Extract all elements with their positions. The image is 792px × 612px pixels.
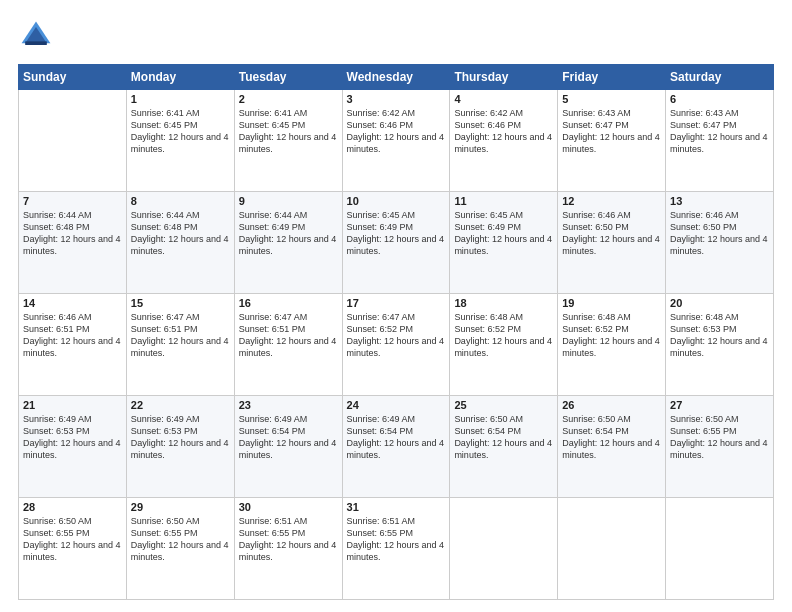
day-info: Sunrise: 6:50 AM Sunset: 6:54 PM Dayligh… <box>454 413 553 462</box>
calendar-cell: 6Sunrise: 6:43 AM Sunset: 6:47 PM Daylig… <box>666 90 774 192</box>
day-number: 3 <box>347 93 446 105</box>
page: SundayMondayTuesdayWednesdayThursdayFrid… <box>0 0 792 612</box>
logo-icon <box>18 18 54 54</box>
day-number: 4 <box>454 93 553 105</box>
calendar-cell: 5Sunrise: 6:43 AM Sunset: 6:47 PM Daylig… <box>558 90 666 192</box>
day-number: 27 <box>670 399 769 411</box>
calendar: SundayMondayTuesdayWednesdayThursdayFrid… <box>18 64 774 600</box>
calendar-cell: 29Sunrise: 6:50 AM Sunset: 6:55 PM Dayli… <box>126 498 234 600</box>
day-number: 29 <box>131 501 230 513</box>
calendar-cell: 30Sunrise: 6:51 AM Sunset: 6:55 PM Dayli… <box>234 498 342 600</box>
day-info: Sunrise: 6:48 AM Sunset: 6:52 PM Dayligh… <box>454 311 553 360</box>
calendar-cell <box>666 498 774 600</box>
day-info: Sunrise: 6:46 AM Sunset: 6:51 PM Dayligh… <box>23 311 122 360</box>
calendar-cell: 3Sunrise: 6:42 AM Sunset: 6:46 PM Daylig… <box>342 90 450 192</box>
day-info: Sunrise: 6:49 AM Sunset: 6:53 PM Dayligh… <box>131 413 230 462</box>
day-number: 5 <box>562 93 661 105</box>
day-info: Sunrise: 6:47 AM Sunset: 6:52 PM Dayligh… <box>347 311 446 360</box>
day-info: Sunrise: 6:48 AM Sunset: 6:52 PM Dayligh… <box>562 311 661 360</box>
day-info: Sunrise: 6:51 AM Sunset: 6:55 PM Dayligh… <box>239 515 338 564</box>
day-number: 22 <box>131 399 230 411</box>
weekday-header-saturday: Saturday <box>666 65 774 90</box>
day-info: Sunrise: 6:50 AM Sunset: 6:54 PM Dayligh… <box>562 413 661 462</box>
calendar-cell: 8Sunrise: 6:44 AM Sunset: 6:48 PM Daylig… <box>126 192 234 294</box>
calendar-cell: 25Sunrise: 6:50 AM Sunset: 6:54 PM Dayli… <box>450 396 558 498</box>
day-info: Sunrise: 6:45 AM Sunset: 6:49 PM Dayligh… <box>454 209 553 258</box>
calendar-cell: 13Sunrise: 6:46 AM Sunset: 6:50 PM Dayli… <box>666 192 774 294</box>
day-number: 8 <box>131 195 230 207</box>
calendar-cell: 31Sunrise: 6:51 AM Sunset: 6:55 PM Dayli… <box>342 498 450 600</box>
calendar-cell: 4Sunrise: 6:42 AM Sunset: 6:46 PM Daylig… <box>450 90 558 192</box>
day-number: 6 <box>670 93 769 105</box>
day-number: 7 <box>23 195 122 207</box>
day-info: Sunrise: 6:48 AM Sunset: 6:53 PM Dayligh… <box>670 311 769 360</box>
day-info: Sunrise: 6:44 AM Sunset: 6:48 PM Dayligh… <box>131 209 230 258</box>
calendar-cell: 22Sunrise: 6:49 AM Sunset: 6:53 PM Dayli… <box>126 396 234 498</box>
week-row-3: 14Sunrise: 6:46 AM Sunset: 6:51 PM Dayli… <box>19 294 774 396</box>
weekday-header-sunday: Sunday <box>19 65 127 90</box>
day-number: 13 <box>670 195 769 207</box>
day-number: 20 <box>670 297 769 309</box>
calendar-cell: 28Sunrise: 6:50 AM Sunset: 6:55 PM Dayli… <box>19 498 127 600</box>
day-number: 25 <box>454 399 553 411</box>
week-row-5: 28Sunrise: 6:50 AM Sunset: 6:55 PM Dayli… <box>19 498 774 600</box>
calendar-cell: 16Sunrise: 6:47 AM Sunset: 6:51 PM Dayli… <box>234 294 342 396</box>
week-row-4: 21Sunrise: 6:49 AM Sunset: 6:53 PM Dayli… <box>19 396 774 498</box>
day-number: 15 <box>131 297 230 309</box>
day-info: Sunrise: 6:50 AM Sunset: 6:55 PM Dayligh… <box>670 413 769 462</box>
calendar-cell: 15Sunrise: 6:47 AM Sunset: 6:51 PM Dayli… <box>126 294 234 396</box>
day-info: Sunrise: 6:47 AM Sunset: 6:51 PM Dayligh… <box>131 311 230 360</box>
weekday-header-monday: Monday <box>126 65 234 90</box>
day-number: 24 <box>347 399 446 411</box>
calendar-cell <box>450 498 558 600</box>
day-info: Sunrise: 6:47 AM Sunset: 6:51 PM Dayligh… <box>239 311 338 360</box>
header <box>18 18 774 54</box>
day-number: 26 <box>562 399 661 411</box>
day-info: Sunrise: 6:42 AM Sunset: 6:46 PM Dayligh… <box>454 107 553 156</box>
logo <box>18 18 58 54</box>
day-number: 17 <box>347 297 446 309</box>
day-number: 30 <box>239 501 338 513</box>
calendar-cell <box>19 90 127 192</box>
day-info: Sunrise: 6:50 AM Sunset: 6:55 PM Dayligh… <box>23 515 122 564</box>
day-number: 10 <box>347 195 446 207</box>
day-info: Sunrise: 6:49 AM Sunset: 6:54 PM Dayligh… <box>347 413 446 462</box>
day-info: Sunrise: 6:50 AM Sunset: 6:55 PM Dayligh… <box>131 515 230 564</box>
calendar-cell: 7Sunrise: 6:44 AM Sunset: 6:48 PM Daylig… <box>19 192 127 294</box>
day-info: Sunrise: 6:41 AM Sunset: 6:45 PM Dayligh… <box>131 107 230 156</box>
day-number: 14 <box>23 297 122 309</box>
day-info: Sunrise: 6:43 AM Sunset: 6:47 PM Dayligh… <box>670 107 769 156</box>
weekday-header-friday: Friday <box>558 65 666 90</box>
calendar-cell: 26Sunrise: 6:50 AM Sunset: 6:54 PM Dayli… <box>558 396 666 498</box>
calendar-cell: 12Sunrise: 6:46 AM Sunset: 6:50 PM Dayli… <box>558 192 666 294</box>
day-number: 2 <box>239 93 338 105</box>
day-info: Sunrise: 6:49 AM Sunset: 6:54 PM Dayligh… <box>239 413 338 462</box>
calendar-cell: 10Sunrise: 6:45 AM Sunset: 6:49 PM Dayli… <box>342 192 450 294</box>
day-number: 28 <box>23 501 122 513</box>
calendar-cell: 19Sunrise: 6:48 AM Sunset: 6:52 PM Dayli… <box>558 294 666 396</box>
day-info: Sunrise: 6:45 AM Sunset: 6:49 PM Dayligh… <box>347 209 446 258</box>
day-number: 16 <box>239 297 338 309</box>
day-info: Sunrise: 6:44 AM Sunset: 6:48 PM Dayligh… <box>23 209 122 258</box>
day-info: Sunrise: 6:42 AM Sunset: 6:46 PM Dayligh… <box>347 107 446 156</box>
calendar-cell: 17Sunrise: 6:47 AM Sunset: 6:52 PM Dayli… <box>342 294 450 396</box>
day-info: Sunrise: 6:41 AM Sunset: 6:45 PM Dayligh… <box>239 107 338 156</box>
calendar-cell <box>558 498 666 600</box>
day-number: 18 <box>454 297 553 309</box>
week-row-1: 1Sunrise: 6:41 AM Sunset: 6:45 PM Daylig… <box>19 90 774 192</box>
weekday-header-tuesday: Tuesday <box>234 65 342 90</box>
calendar-cell: 24Sunrise: 6:49 AM Sunset: 6:54 PM Dayli… <box>342 396 450 498</box>
day-number: 1 <box>131 93 230 105</box>
weekday-header-wednesday: Wednesday <box>342 65 450 90</box>
day-number: 23 <box>239 399 338 411</box>
calendar-cell: 9Sunrise: 6:44 AM Sunset: 6:49 PM Daylig… <box>234 192 342 294</box>
calendar-cell: 21Sunrise: 6:49 AM Sunset: 6:53 PM Dayli… <box>19 396 127 498</box>
calendar-cell: 14Sunrise: 6:46 AM Sunset: 6:51 PM Dayli… <box>19 294 127 396</box>
day-number: 19 <box>562 297 661 309</box>
day-number: 9 <box>239 195 338 207</box>
calendar-cell: 11Sunrise: 6:45 AM Sunset: 6:49 PM Dayli… <box>450 192 558 294</box>
day-info: Sunrise: 6:44 AM Sunset: 6:49 PM Dayligh… <box>239 209 338 258</box>
svg-rect-2 <box>25 41 47 45</box>
week-row-2: 7Sunrise: 6:44 AM Sunset: 6:48 PM Daylig… <box>19 192 774 294</box>
day-number: 12 <box>562 195 661 207</box>
